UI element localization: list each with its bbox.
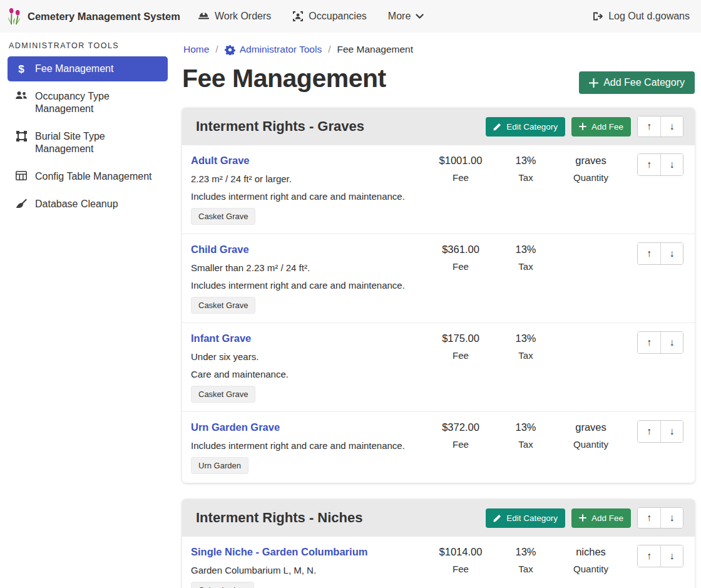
move-category-up-button[interactable]: ↑ bbox=[638, 508, 660, 528]
sidebar-item-label: Config Table Management bbox=[35, 170, 152, 183]
fee-description-line: Includes interment right and care and ma… bbox=[191, 440, 428, 451]
fee-name-link[interactable]: Urn Garden Grave bbox=[191, 421, 428, 433]
nav-item-more[interactable]: More bbox=[388, 11, 424, 22]
gear-icon bbox=[225, 44, 235, 55]
fee-reorder-group: ↑ ↓ bbox=[637, 242, 683, 265]
fee-description: 2.23 m² / 24 ft² or larger.Includes inte… bbox=[191, 173, 428, 202]
sidebar-item-label: Occupancy Type Management bbox=[35, 90, 160, 115]
category-title: Interment Rights - Graves bbox=[196, 118, 486, 135]
occupancy-frame-icon bbox=[292, 11, 304, 22]
category-fee-list: Adult Grave 2.23 m² / 24 ft² or larger.I… bbox=[182, 145, 695, 483]
fee-name-link[interactable]: Single Niche - Garden Columbarium bbox=[191, 546, 428, 558]
sidebar-item-config-table-management[interactable]: Config Table Management bbox=[8, 164, 168, 189]
fee-tax: 13% bbox=[493, 421, 558, 433]
add-fee-button[interactable]: Add Fee bbox=[571, 117, 631, 137]
breadcrumb-admin-tools-label: Administrator Tools bbox=[240, 44, 322, 55]
fee-row: Child Grave Smaller than 2.23 m² / 24 ft… bbox=[182, 234, 695, 323]
add-fee-button[interactable]: Add Fee bbox=[571, 508, 631, 528]
move-fee-up-button[interactable]: ↑ bbox=[638, 421, 660, 442]
add-fee-label: Add Fee bbox=[591, 513, 623, 523]
fee-amount: $372.00 bbox=[428, 421, 493, 433]
page-title: Fee Management bbox=[182, 64, 386, 93]
fee-name-link[interactable]: Infant Grave bbox=[191, 333, 428, 344]
fee-type-badge: Urn Garden bbox=[191, 457, 248, 474]
category-header: Interment Rights - Niches Edit Category bbox=[182, 499, 695, 537]
nav-item-label: Occupancies bbox=[309, 11, 367, 22]
move-fee-down-button[interactable]: ↓ bbox=[660, 545, 683, 567]
hard-hat-icon bbox=[198, 11, 210, 21]
move-category-down-button[interactable]: ↓ bbox=[660, 508, 683, 528]
move-fee-down-button[interactable]: ↓ bbox=[660, 332, 683, 353]
move-fee-up-button[interactable]: ↑ bbox=[638, 545, 660, 567]
sidebar-item-database-cleanup[interactable]: Database Cleanup bbox=[8, 192, 168, 217]
fee-row: Adult Grave 2.23 m² / 24 ft² or larger.I… bbox=[182, 145, 695, 234]
fee-quantity-unit: graves bbox=[558, 421, 623, 433]
plus-icon bbox=[589, 78, 598, 88]
pencil-icon bbox=[493, 123, 501, 131]
sidebar-item-fee-management[interactable]: $ Fee Management bbox=[8, 56, 168, 81]
fee-row: Infant Grave Under six years.Care and ma… bbox=[182, 323, 695, 412]
breadcrumb-home-link[interactable]: Home bbox=[183, 44, 209, 55]
app-title: Cemetery Management System bbox=[28, 11, 180, 23]
sidebar-item-occupancy-type-management[interactable]: Occupancy Type Management bbox=[8, 84, 168, 121]
move-fee-up-button[interactable]: ↑ bbox=[638, 243, 660, 264]
sidebar-item-label: Database Cleanup bbox=[35, 198, 118, 210]
dollar-icon: $ bbox=[15, 63, 28, 75]
move-category-down-button[interactable]: ↓ bbox=[660, 116, 683, 137]
fee-categories: Interment Rights - Graves Edit Category bbox=[182, 108, 695, 588]
fee-tax-label: Tax bbox=[493, 172, 558, 183]
add-fee-category-label: Add Fee Category bbox=[603, 77, 685, 88]
fee-description: Garden Columbarium L, M, N. bbox=[191, 565, 428, 575]
breadcrumb-current: Fee Management bbox=[337, 44, 414, 55]
fee-tax: 13% bbox=[493, 244, 558, 255]
nav-item-occupancies[interactable]: Occupancies bbox=[292, 11, 367, 22]
sidebar-heading: ADMINISTRATOR TOOLS bbox=[0, 39, 175, 56]
move-fee-up-button[interactable]: ↑ bbox=[638, 154, 660, 175]
move-fee-down-button[interactable]: ↓ bbox=[660, 154, 683, 175]
plus-icon bbox=[579, 123, 586, 130]
fee-row: Single Niche - Garden Columbarium Garden… bbox=[182, 537, 695, 588]
category-actions: Edit Category Add Fee ↑ ↓ bbox=[486, 507, 683, 529]
fee-name-link[interactable]: Adult Grave bbox=[191, 155, 428, 167]
sidebar-item-burial-site-type-management[interactable]: Burial Site Type Management bbox=[8, 124, 168, 162]
app-brand[interactable]: Cemetery Management System bbox=[6, 7, 180, 26]
move-category-up-button[interactable]: ↑ bbox=[638, 116, 660, 137]
breadcrumb-admin-tools-link[interactable]: Administrator Tools bbox=[225, 44, 322, 55]
tulip-logo-icon bbox=[6, 7, 23, 26]
logout-button[interactable]: Log Out d.gowans bbox=[592, 11, 690, 22]
category-fee-list: Single Niche - Garden Columbarium Garden… bbox=[182, 537, 695, 588]
category-reorder-group: ↑ ↓ bbox=[637, 116, 683, 137]
fee-amount-label: Fee bbox=[428, 261, 493, 272]
frame-icon bbox=[15, 130, 28, 142]
fee-category-card: Interment Rights - Niches Edit Category bbox=[182, 499, 695, 588]
fee-description-line: 2.23 m² / 24 ft² or larger. bbox=[191, 173, 428, 184]
sidebar-item-label: Burial Site Type Management bbox=[35, 130, 160, 155]
category-actions: Edit Category Add Fee ↑ ↓ bbox=[486, 116, 683, 137]
fee-amount: $1001.00 bbox=[428, 155, 493, 167]
category-title: Interment Rights - Niches bbox=[196, 510, 486, 526]
fee-description-line: Smaller than 2.23 m² / 24 ft². bbox=[191, 262, 428, 273]
move-fee-down-button[interactable]: ↓ bbox=[660, 421, 683, 442]
fee-type-badge: Casket Grave bbox=[191, 208, 255, 225]
logout-icon bbox=[592, 11, 603, 21]
fee-amount: $361.00 bbox=[428, 244, 493, 255]
breadcrumb-separator: / bbox=[215, 44, 218, 55]
add-fee-label: Add Fee bbox=[591, 122, 623, 132]
sidebar-item-label: Fee Management bbox=[35, 63, 113, 75]
move-fee-up-button[interactable]: ↑ bbox=[638, 332, 660, 353]
nav-item-work-orders[interactable]: Work Orders bbox=[198, 11, 271, 22]
fee-type-badge: Columbarium bbox=[191, 582, 254, 588]
edit-category-button[interactable]: Edit Category bbox=[486, 508, 565, 528]
fee-name-link[interactable]: Child Grave bbox=[191, 244, 428, 255]
move-fee-down-button[interactable]: ↓ bbox=[660, 243, 683, 264]
fee-row: Urn Garden Grave Includes interment righ… bbox=[182, 412, 695, 483]
fee-quantity-label: Quantity bbox=[558, 439, 623, 450]
category-reorder-group: ↑ ↓ bbox=[637, 507, 683, 529]
edit-category-button[interactable]: Edit Category bbox=[486, 117, 565, 137]
sidebar: ADMINISTRATOR TOOLS $ Fee Management Occ… bbox=[0, 33, 175, 217]
fee-amount: $1014.00 bbox=[428, 546, 493, 558]
add-fee-category-button[interactable]: Add Fee Category bbox=[579, 71, 695, 94]
fee-tax-label: Tax bbox=[493, 439, 558, 450]
fee-amount: $175.00 bbox=[428, 333, 493, 344]
nav-item-label: Work Orders bbox=[215, 11, 271, 22]
